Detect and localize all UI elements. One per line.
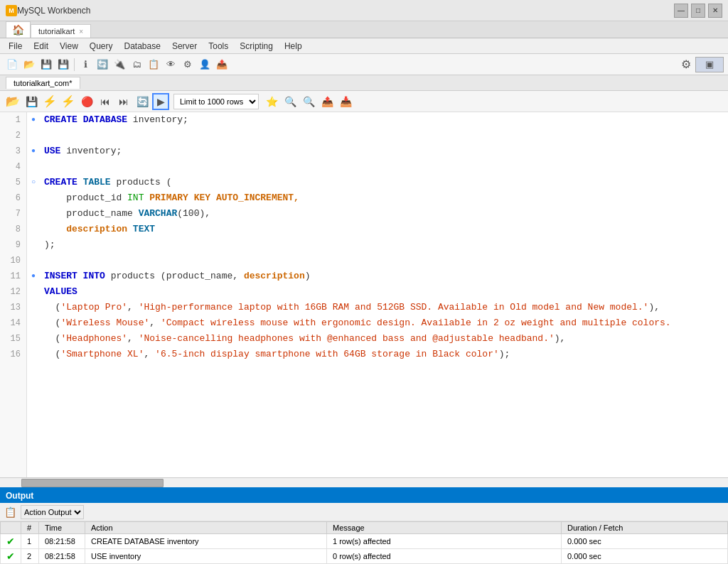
tab-home[interactable]: 🏠 bbox=[6, 21, 31, 38]
output-toolbar: 📋 Action Output bbox=[0, 503, 728, 521]
cell-message: 1 row(s) affected bbox=[327, 534, 562, 549]
tab-bar: 🏠 tutorialkart × bbox=[0, 21, 728, 38]
qtool-export2[interactable]: 📤 bbox=[318, 93, 336, 110]
cell-check: ✔ bbox=[1, 534, 21, 549]
code-line-1: ● CREATE DATABASE inventory; bbox=[44, 112, 725, 128]
cell-check: ✔ bbox=[1, 549, 21, 564]
scrollbar-thumb[interactable] bbox=[21, 479, 164, 487]
cell-duration: 0.000 sec bbox=[562, 534, 728, 549]
toolbar-save[interactable]: 💾 bbox=[38, 57, 54, 72]
col-action: Action bbox=[85, 522, 327, 534]
cell-duration: 0.000 sec bbox=[562, 549, 728, 564]
main-toolbar: 📄 📂 💾 💾 ℹ 🔄 🔌 🗂 📋 👁 ⚙ 👤 📤 ⚙ ▣ bbox=[0, 54, 728, 75]
connection-tab-label: tutorialkart_com* bbox=[14, 79, 73, 87]
toolbar-user[interactable]: 👤 bbox=[197, 57, 213, 72]
qtool-previous[interactable]: ⏮ bbox=[97, 93, 114, 110]
code-line-16: ('Smartphone XL', '6.5-inch display smar… bbox=[44, 347, 725, 362]
toolbar-open[interactable]: 📂 bbox=[21, 57, 37, 72]
output-icon: 📋 bbox=[4, 506, 16, 518]
toolbar-export[interactable]: 📤 bbox=[214, 57, 230, 72]
code-line-8: description TEXT bbox=[44, 222, 725, 237]
window-controls: — □ ✕ bbox=[674, 4, 722, 18]
tab-query[interactable]: tutorialkart × bbox=[31, 24, 91, 38]
code-line-4 bbox=[44, 159, 725, 175]
toolbar-refresh[interactable]: 🔄 bbox=[95, 57, 110, 72]
qtool-stop[interactable]: 🔴 bbox=[78, 93, 95, 110]
menu-file[interactable]: File bbox=[3, 40, 28, 53]
col-duration: Duration / Fetch bbox=[562, 522, 728, 534]
col-check bbox=[1, 522, 21, 534]
code-line-6: product_id INT PRIMARY KEY AUTO_INCREMEN… bbox=[44, 190, 725, 206]
table-row[interactable]: ✔ 1 08:21:58 CREATE DATABASE inventory 1… bbox=[1, 534, 728, 549]
toolbar-view[interactable]: 👁 bbox=[163, 57, 178, 72]
toolbar-info[interactable]: ℹ bbox=[77, 57, 93, 72]
qtool-open[interactable]: 📂 bbox=[4, 93, 21, 110]
limit-rows-select[interactable]: Limit to 1000 rows Limit to 200 rows Don… bbox=[173, 94, 259, 109]
toolbar-table[interactable]: 📋 bbox=[146, 57, 161, 72]
code-line-12: VALUES bbox=[44, 284, 725, 300]
code-line-13: ('Laptop Pro', 'High-performance laptop … bbox=[44, 300, 725, 315]
cell-time: 08:21:58 bbox=[39, 534, 85, 549]
menu-edit[interactable]: Edit bbox=[28, 40, 54, 53]
check-icon: ✔ bbox=[6, 551, 15, 562]
toolbar-layout1[interactable]: ▣ bbox=[695, 57, 724, 72]
code-line-14: ('Wireless Mouse', 'Compact wireless mou… bbox=[44, 315, 725, 331]
toolbar-new[interactable]: 📄 bbox=[4, 57, 20, 72]
line-numbers: 1 2 3 4 5 6 7 8 9 10 11 12 13 14 15 16 bbox=[0, 112, 27, 477]
menu-help[interactable]: Help bbox=[279, 40, 308, 53]
col-message: Message bbox=[327, 522, 562, 534]
cell-time: 08:21:58 bbox=[39, 549, 85, 564]
qtool-import[interactable]: 📥 bbox=[337, 93, 354, 110]
action-output-select[interactable]: Action Output bbox=[21, 505, 84, 519]
table-row[interactable]: ✔ 2 08:21:58 USE inventory 0 row(s) affe… bbox=[1, 549, 728, 564]
qtool-zoom-in[interactable]: 🔍 bbox=[300, 93, 317, 110]
query-toolbar: 📂 💾 ⚡ ⚡ 🔴 ⏮ ⏭ 🔄 ▶ Limit to 1000 rows Lim… bbox=[0, 91, 728, 112]
qtool-search[interactable]: 🔍 bbox=[282, 93, 299, 110]
qtool-save[interactable]: 💾 bbox=[23, 93, 40, 110]
connection-tab[interactable]: tutorialkart_com* bbox=[6, 77, 80, 89]
output-header: Output bbox=[0, 489, 728, 503]
toolbar-schema[interactable]: 🗂 bbox=[129, 57, 144, 72]
toolbar-routine[interactable]: ⚙ bbox=[180, 57, 196, 72]
code-line-15: ('Headphones', 'Noise-cancelling headpho… bbox=[44, 331, 725, 347]
menu-server[interactable]: Server bbox=[166, 40, 203, 53]
maximize-button[interactable]: □ bbox=[691, 4, 705, 18]
qtool-next[interactable]: ⏭ bbox=[115, 93, 132, 110]
output-header-label: Output bbox=[6, 491, 33, 501]
qtool-execute[interactable]: ⚡ bbox=[41, 93, 58, 110]
menu-view[interactable]: View bbox=[54, 40, 84, 53]
connection-tab-bar: tutorialkart_com* bbox=[0, 75, 728, 91]
check-icon: ✔ bbox=[6, 536, 15, 547]
menu-scripting[interactable]: Scripting bbox=[234, 40, 279, 53]
col-time: Time bbox=[39, 522, 85, 534]
code-line-3: ● USE inventory; bbox=[44, 143, 725, 159]
qtool-refresh[interactable]: 🔄 bbox=[134, 93, 151, 110]
tab-query-close[interactable]: × bbox=[79, 28, 83, 36]
code-line-5: ○ CREATE TABLE products ( bbox=[44, 175, 725, 190]
results-table: # Time Action Message Duration / Fetch ✔… bbox=[0, 521, 728, 564]
code-area[interactable]: ● CREATE DATABASE inventory; ● USE inven… bbox=[27, 112, 728, 477]
close-button[interactable]: ✕ bbox=[708, 4, 722, 18]
table-header-row: # Time Action Message Duration / Fetch bbox=[1, 522, 728, 534]
menu-query[interactable]: Query bbox=[84, 40, 119, 53]
title-bar: M MySQL Workbench — □ ✕ bbox=[0, 0, 728, 21]
code-editor[interactable]: 1 2 3 4 5 6 7 8 9 10 11 12 13 14 15 16 bbox=[0, 112, 728, 477]
menu-bar: File Edit View Query Database Server Too… bbox=[0, 38, 728, 54]
output-tbody: ✔ 1 08:21:58 CREATE DATABASE inventory 1… bbox=[1, 534, 728, 565]
menu-tools[interactable]: Tools bbox=[203, 40, 234, 53]
qtool-star[interactable]: ⭐ bbox=[263, 93, 280, 110]
editor-content: 1 2 3 4 5 6 7 8 9 10 11 12 13 14 15 16 bbox=[0, 112, 728, 477]
tab-query-label: tutorialkart bbox=[38, 27, 75, 36]
horizontal-scrollbar[interactable] bbox=[0, 477, 728, 487]
menu-database[interactable]: Database bbox=[119, 40, 166, 53]
cell-action: USE inventory bbox=[85, 549, 327, 564]
toolbar-settings[interactable]: ⚙ bbox=[678, 57, 694, 72]
toolbar-save-all[interactable]: 💾 bbox=[55, 57, 71, 72]
qtool-execute-current[interactable]: ⚡ bbox=[60, 93, 77, 110]
minimize-button[interactable]: — bbox=[674, 4, 688, 18]
main-content: 1 2 3 4 5 6 7 8 9 10 11 12 13 14 15 16 bbox=[0, 112, 728, 564]
cell-num: 1 bbox=[21, 534, 39, 549]
cell-num: 2 bbox=[21, 549, 39, 564]
toolbar-connection[interactable]: 🔌 bbox=[112, 57, 127, 72]
qtool-selected[interactable]: ▶ bbox=[152, 93, 169, 110]
